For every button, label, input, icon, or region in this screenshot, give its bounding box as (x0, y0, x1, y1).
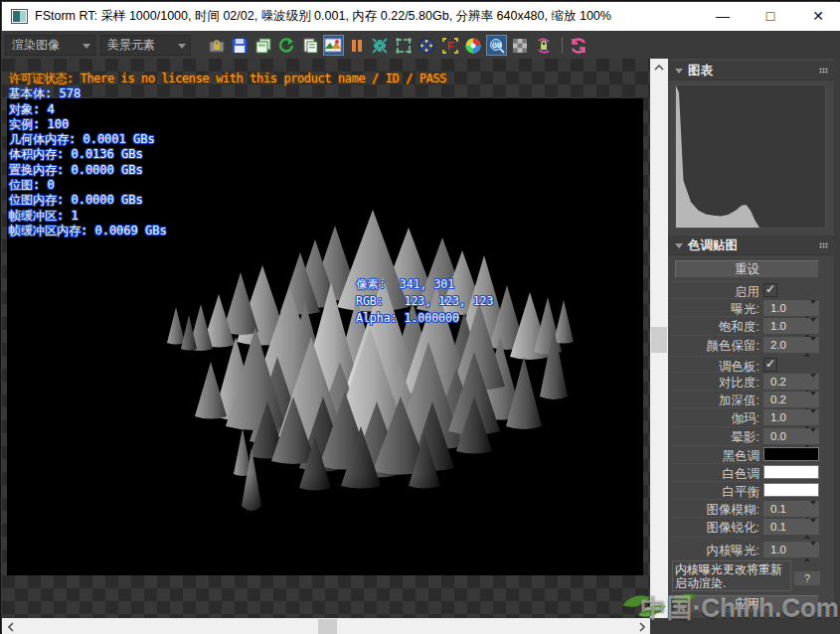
minimize-button[interactable]: — (700, 2, 746, 31)
tonemap-section-header[interactable]: 色调贴图 (668, 236, 834, 255)
black-tone-label: 黑色调 (667, 448, 759, 465)
contrast-spinner[interactable]: 0.2 (763, 374, 819, 390)
gamma-spinner[interactable]: 1.0 (763, 409, 819, 425)
settings-sidebar: 图表 色调贴图 重设 启用 ✓ 曝光: 1.0 饱和度: 1.0 (668, 59, 840, 618)
window-title: FStorm RT: 采样 1000/1000, 时间 02/02, 噪波级别 … (35, 2, 611, 31)
toolbar: 渲染图像 美景元素 (2, 31, 840, 59)
checkmark-icon: ✓ (765, 357, 775, 371)
kernel-exposure-spinner[interactable]: 1.0 (763, 542, 819, 557)
spike-field (136, 210, 593, 544)
image-blur-label: 图像模糊: (667, 502, 759, 519)
fstorm-rt-window: FStorm RT: 采样 1000/1000, 时间 02/02, 噪波级别 … (0, 0, 840, 634)
white-tone-label: 白色调 (667, 466, 759, 483)
maximize-button[interactable]: □ (748, 2, 793, 31)
stat-line: 位图内存: 0.0000 GBs (9, 193, 446, 208)
spinner-arrows-icon[interactable] (804, 394, 816, 409)
region-render-icon[interactable] (393, 35, 414, 56)
color-wheel-icon[interactable] (463, 35, 484, 56)
spinner-arrows-icon[interactable] (804, 544, 816, 559)
stat-line: 帧缓冲区: 1 (9, 209, 446, 224)
image-sharpen-label: 图像锐化: (667, 520, 759, 537)
exposure-label: 曝光: (667, 301, 759, 318)
gamma-label: 伽玛: (667, 410, 759, 427)
spinner-arrows-icon[interactable] (804, 521, 816, 537)
refresh-icon[interactable] (569, 35, 589, 56)
pause-icon[interactable] (346, 35, 367, 56)
image-sharpen-spinner[interactable]: 0.1 (763, 519, 819, 535)
toolbar-separator (557, 35, 569, 56)
pixel-info-overlay: 像素: 341, 301RGB: 123, 123, 123Alpha: 1.0… (356, 276, 493, 327)
exposure-spinner[interactable]: 1.0 (763, 300, 819, 316)
palette-checkbox[interactable]: ✓ (763, 358, 777, 372)
white-balance-label: 白平衡 (667, 484, 759, 501)
stat-line: 基本体: 578 (9, 86, 446, 101)
horizontal-scrollbar[interactable] (2, 618, 650, 634)
svg-text:F: F (447, 40, 454, 52)
spinner-arrows-icon[interactable] (804, 320, 816, 336)
palette-label: 调色板: (667, 359, 759, 376)
vertical-scrollbar[interactable] (650, 59, 668, 618)
lock-texture-icon[interactable] (206, 35, 227, 56)
show-rgb-icon[interactable] (323, 35, 344, 56)
help-button[interactable]: ? (793, 570, 821, 586)
grip-icon (819, 68, 828, 74)
environment-icon[interactable] (417, 35, 437, 56)
scroll-right-icon[interactable] (633, 618, 650, 634)
spinner-arrows-icon[interactable] (804, 503, 816, 519)
channel-dropdown[interactable]: 美景元素 (100, 35, 191, 56)
white-balance-swatch[interactable] (763, 483, 819, 497)
burn-spinner[interactable]: 0.2 (763, 392, 819, 407)
copy-clipboard-icon[interactable] (299, 35, 320, 56)
scroll-up-icon[interactable] (650, 59, 668, 76)
scroll-down-icon[interactable] (650, 601, 668, 618)
render-stats-overlay: 许可证状态: There is no license with this pro… (9, 72, 446, 238)
chevron-down-icon (178, 44, 186, 49)
save-icon[interactable] (230, 35, 251, 56)
license-status-line: 许可证状态: There is no license with this pro… (9, 72, 446, 86)
saturation-value: 1.0 (770, 320, 786, 332)
saturation-label: 饱和度: (667, 319, 759, 336)
render-target-dropdown-label: 渲染图像 (12, 38, 60, 52)
spinner-arrows-icon[interactable] (804, 411, 816, 427)
horizontal-scrollbar-thumb[interactable] (318, 619, 337, 634)
enable-checkbox[interactable]: ✓ (763, 283, 777, 297)
scroll-left-icon[interactable] (2, 618, 19, 634)
fit-view-icon[interactable] (370, 35, 391, 56)
pixel-rgb: RGB: 123, 123, 123 (356, 293, 493, 310)
contrast-label: 对比度: (667, 375, 759, 392)
spinner-arrows-icon[interactable] (804, 430, 816, 446)
chart-section-header[interactable]: 图表 (668, 61, 834, 80)
vignette-spinner[interactable]: 0.0 (763, 428, 819, 444)
saturation-spinner[interactable]: 1.0 (763, 318, 819, 334)
close-button[interactable]: ✕ (795, 2, 840, 31)
spinner-arrows-icon[interactable] (804, 339, 816, 355)
white-tone-swatch[interactable] (763, 465, 819, 479)
restore-icon[interactable] (276, 35, 297, 56)
fstorm-frame-icon[interactable]: F (439, 35, 460, 56)
vertical-scrollbar-thumb[interactable] (651, 327, 667, 353)
apply-button[interactable]: 应用 (675, 595, 819, 613)
contrast-value: 0.2 (770, 376, 786, 388)
stat-line: 体积内存: 0.0136 GBs (9, 147, 446, 162)
enable-label: 启用 (667, 284, 759, 301)
render-target-dropdown[interactable]: 渲染图像 (5, 35, 95, 56)
color-preserve-label: 颜色保留: (667, 338, 759, 355)
kernel-exposure-value: 1.0 (770, 544, 786, 555)
pixel-coords: 像素: 341, 301 (356, 276, 493, 293)
lock-refresh-icon[interactable] (533, 35, 554, 56)
save-all-icon[interactable] (252, 35, 273, 56)
spinner-arrows-icon[interactable] (804, 302, 816, 318)
chart-section-title: 图表 (688, 61, 713, 80)
black-tone-swatch[interactable] (763, 447, 819, 461)
color-preserve-spinner[interactable]: 2.0 (763, 337, 819, 353)
sidebar-edge (834, 59, 840, 618)
histogram-chart (675, 84, 826, 229)
render-viewport[interactable]: 许可证状态: There is no license with this pro… (2, 59, 650, 618)
gb-zoom-icon[interactable]: GB (486, 35, 507, 56)
collapse-triangle-icon (675, 69, 683, 74)
reset-button[interactable]: 重设 (675, 260, 819, 278)
spinner-arrows-icon[interactable] (804, 376, 816, 392)
alpha-checker-icon[interactable] (510, 35, 531, 56)
image-blur-spinner[interactable]: 0.1 (763, 501, 819, 517)
chevron-down-icon (83, 44, 90, 49)
